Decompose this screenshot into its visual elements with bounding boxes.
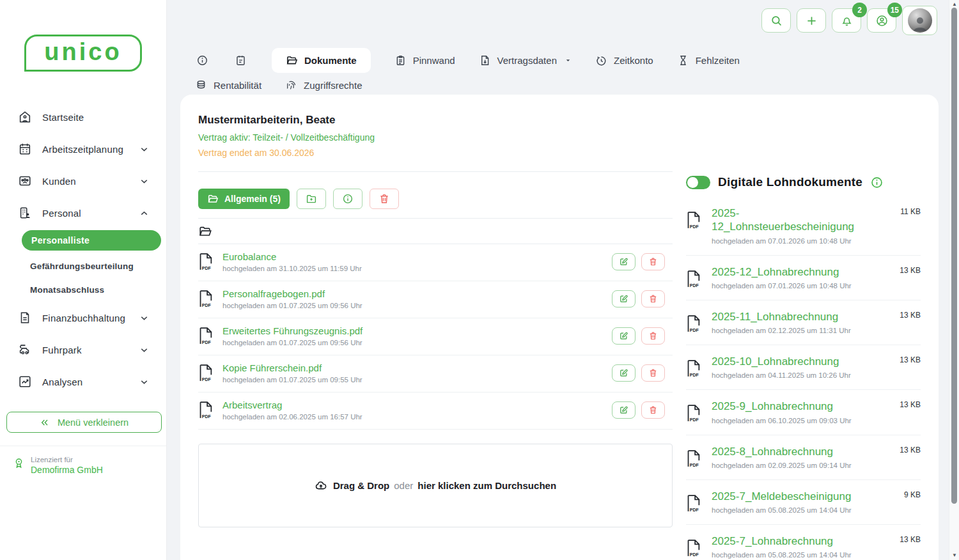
sidebar-item-finanzbuchhaltung[interactable]: Finanzbuchhaltung [0, 302, 166, 334]
tab-label: Fehlzeiten [696, 55, 740, 66]
hourglass-icon [677, 54, 689, 66]
users-button[interactable]: 15 [867, 8, 896, 33]
sidebar-item-kunden[interactable]: Kunden [0, 165, 166, 197]
info-icon[interactable] [870, 176, 884, 189]
payroll-document-name[interactable]: 2025-10_Lohnabrechnung [712, 355, 870, 368]
svg-text:PDF: PDF [202, 414, 212, 419]
payroll-document-name[interactable]: 2025-7_Lohnabrechnung [712, 534, 870, 548]
folder-open-icon [207, 193, 219, 205]
profile-button[interactable] [902, 6, 937, 35]
delete-document-button[interactable] [641, 401, 665, 419]
document-uploaded: hochgeladen am 31.10.2025 um 11:59 Uhr [222, 265, 362, 272]
delete-folder-button[interactable] [370, 189, 399, 209]
tab-notes[interactable] [233, 48, 248, 73]
info-icon [342, 193, 354, 205]
payroll-item: PDF 2025-12_Lohnsteuerbescheinigung hoch… [686, 197, 921, 256]
folder-allgemein-button[interactable]: Allgemein (5) [198, 189, 290, 209]
chevron-down-icon [139, 377, 150, 387]
trash-icon [378, 193, 390, 205]
svg-text:PDF: PDF [690, 508, 699, 512]
notifications-badge: 2 [852, 3, 867, 17]
tab-zeitkonto[interactable]: Zeitkonto [595, 48, 653, 73]
payroll-uploaded: hochgeladen am 02.09.2025 um 09:14 Uhr [712, 462, 870, 469]
search-button[interactable] [761, 8, 791, 33]
double-chevron-left-icon [40, 417, 50, 428]
notifications-button[interactable]: 2 [832, 8, 861, 33]
bell-icon [840, 14, 854, 27]
employee-name: Mustermitarbeiterin, Beate [198, 114, 673, 127]
pdf-file-icon: PDF [686, 539, 701, 557]
contract-icon [479, 54, 491, 66]
edit-document-button[interactable] [612, 290, 635, 307]
payroll-document-name[interactable]: 2025-9_Lohnabrechnung [712, 400, 870, 413]
scrollbar-thumb[interactable] [951, 8, 957, 504]
document-name[interactable]: Personalfragebogen.pdf [222, 288, 363, 299]
edit-document-button[interactable] [612, 253, 635, 270]
document-actions [612, 401, 673, 419]
sidebar-item-startseite[interactable]: Startseite [0, 101, 166, 133]
svg-text:PDF: PDF [690, 417, 699, 422]
caret-down-icon [565, 57, 572, 64]
payroll-item: PDF 2025-7_Meldebescheinigung hochgelade… [686, 480, 921, 525]
document-name[interactable]: Eurobalance [222, 251, 362, 262]
payroll-item: PDF 2025-12_Lohnabrechnung hochgeladen a… [686, 256, 921, 300]
folder-open-icon [198, 224, 212, 238]
tab-label: Pinnwand [413, 55, 455, 66]
document-name[interactable]: Erweitertes Führungszeugnis.pdf [222, 325, 363, 336]
sidebar-item-personalliste[interactable]: Personalliste [22, 230, 161, 251]
payroll-file-size: 13 KB [900, 265, 921, 275]
add-button[interactable] [797, 8, 826, 33]
tab-fehlzeiten[interactable]: Fehlzeiten [677, 48, 740, 73]
chevron-down-icon [139, 313, 150, 323]
add-folder-button[interactable] [297, 189, 326, 209]
payroll-item: PDF 2025-10_Lohnabrechnung hochgeladen a… [686, 345, 921, 390]
pdf-file-icon: PDF [686, 359, 701, 378]
delete-document-button[interactable] [641, 253, 665, 270]
pdf-file-icon: PDF [686, 404, 701, 423]
payroll-document-name[interactable]: 2025-11_Lohnabrechnung [712, 310, 870, 323]
tab-pinnwand[interactable]: Pinnwand [394, 48, 455, 73]
fingerprint-icon [285, 79, 297, 91]
sidebar-item-fuhrpark[interactable]: Fuhrpark [0, 334, 166, 366]
upload-dropzone[interactable]: Drag & Drop oder hier klicken zum Durchs… [198, 444, 673, 527]
logo-text: unico [44, 40, 121, 64]
document-actions [612, 290, 673, 307]
payroll-header: Digitale Lohndokumente [686, 175, 921, 189]
unico-logo[interactable]: unico [24, 35, 142, 72]
payroll-toggle[interactable] [686, 176, 710, 189]
delete-document-button[interactable] [641, 364, 665, 382]
license-prefix: Lizenziert für [31, 456, 103, 463]
sidebar-item-arbeitszeitplanung[interactable]: Arbeitszeitplanung [0, 133, 166, 165]
folder-up-row[interactable] [198, 219, 673, 244]
payroll-document-name[interactable]: 2025-12_Lohnabrechnung [712, 265, 870, 279]
tab-info[interactable] [195, 48, 210, 73]
payroll-document-name[interactable]: 2025-8_Lohnabrechnung [712, 445, 870, 458]
collapse-menu-button[interactable]: Menü verkleinern [6, 412, 162, 433]
sidebar-item-analysen[interactable]: Analysen [0, 366, 166, 398]
toggle-knob [687, 177, 698, 188]
header-actions: 2 15 [761, 8, 937, 35]
delete-document-button[interactable] [641, 327, 665, 345]
edit-document-button[interactable] [612, 364, 635, 382]
edit-document-button[interactable] [612, 401, 635, 419]
delete-document-button[interactable] [641, 290, 665, 307]
sidebar-item-monatsabschluss[interactable]: Monatsabschluss [0, 278, 166, 302]
payroll-document-name[interactable]: 2025-7_Meldebescheinigung [712, 490, 870, 503]
svg-text:PDF: PDF [690, 224, 699, 229]
svg-text:PDF: PDF [202, 266, 212, 270]
page-scrollbar[interactable]: ▲ ▼ [949, 0, 959, 560]
dropzone-click-label: hier klicken zum Durchsuchen [417, 480, 556, 491]
tab-vertragsdaten[interactable]: Vertragsdaten [479, 48, 572, 73]
payroll-document-name[interactable]: 2025-12_Lohnsteuerbescheinigung [712, 206, 870, 234]
avatar-silhouette-icon [910, 13, 930, 33]
edit-document-button[interactable] [612, 327, 635, 345]
sidebar-item-gefaehrdungsbeurteilung[interactable]: Gefährdungsbeurteilung [0, 254, 166, 278]
tab-dokumente[interactable]: Dokumente [272, 48, 371, 73]
scrollbar-down-arrow[interactable]: ▼ [949, 552, 959, 559]
document-name[interactable]: Kopie Führerschein.pdf [222, 362, 363, 373]
folder-info-button[interactable] [333, 189, 363, 209]
tab-label: Vertragsdaten [497, 55, 557, 66]
sidebar-subitem-label: Monatsabschluss [30, 285, 104, 295]
sidebar-item-personal[interactable]: Personal [0, 197, 166, 229]
document-name[interactable]: Arbeitsvertrag [222, 400, 363, 410]
